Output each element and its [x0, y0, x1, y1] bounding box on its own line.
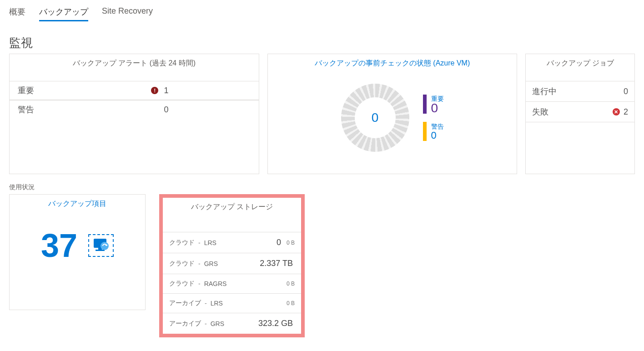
storage-size-small: 0 B: [287, 281, 295, 287]
legend-warning-value: 0: [431, 131, 444, 140]
storage-type: GRS: [211, 320, 255, 327]
job-row-inprogress[interactable]: 進行中 0: [526, 81, 634, 102]
svg-point-3: [101, 242, 109, 250]
backup-storage-highlight: バックアップ ストレージ クラウド-LRS00 Bクラウド-GRS2.337 T…: [159, 194, 305, 337]
storage-type: RAGRS: [204, 280, 283, 287]
storage-size-small: 0 B: [287, 300, 295, 306]
alert-row-warning[interactable]: 警告 0: [10, 100, 259, 119]
job-inprogress-count: 0: [624, 87, 628, 96]
backup-storage-card: バックアップ ストレージ クラウド-LRS00 Bクラウド-GRS2.337 T…: [163, 198, 301, 334]
backup-alerts-title: バックアップ アラート (過去 24 時間): [10, 54, 259, 81]
alert-row-critical[interactable]: 重要 ! 1: [10, 81, 259, 100]
storage-category: クラウド: [169, 239, 195, 247]
storage-type: GRS: [204, 260, 257, 267]
storage-type: LRS: [204, 239, 273, 246]
precheck-title[interactable]: バックアップの事前チェックの状態 (Azure VM): [268, 54, 517, 81]
job-inprogress-label: 進行中: [532, 86, 557, 97]
storage-size-big: 2.337 TB: [260, 259, 293, 268]
job-row-failed[interactable]: 失敗 ✕ 2: [526, 102, 634, 122]
dash: -: [205, 300, 207, 307]
precheck-card: バックアップの事前チェックの状態 (Azure VM) 0 重要 0 警告: [267, 54, 518, 174]
legend-warning-bar: [423, 122, 427, 141]
backup-items-card: バックアップ項目 37: [9, 194, 146, 310]
critical-icon: !: [151, 87, 158, 94]
storage-row[interactable]: アーカイブ-GRS323.2 GB: [163, 313, 301, 334]
storage-row[interactable]: クラウド-RAGRS0 B: [163, 274, 301, 294]
backup-jobs-title: バックアップ ジョブ: [526, 54, 634, 81]
tab-overview[interactable]: 概要: [9, 6, 25, 21]
backup-items-icon-selected[interactable]: [88, 234, 114, 257]
storage-category: アーカイブ: [169, 320, 201, 328]
usage-row: バックアップ項目 37 バックアップ ストレージ クラウド-LRS00 Bクラウ…: [9, 194, 635, 337]
precheck-donut: 0: [341, 84, 409, 152]
storage-row[interactable]: クラウド-LRS00 B: [163, 232, 301, 253]
alert-critical-count: 1: [164, 86, 168, 95]
tab-backup[interactable]: バックアップ: [39, 6, 88, 21]
alert-critical-label: 重要: [18, 85, 146, 96]
monitoring-cards-row: バックアップ アラート (過去 24 時間) 重要 ! 1 警告 0 バックアッ…: [9, 54, 635, 174]
dash: -: [198, 239, 201, 246]
storage-size-small: 0 B: [287, 240, 295, 246]
legend-critical[interactable]: 重要 0: [423, 95, 444, 114]
dash: -: [198, 280, 201, 287]
section-usage-title: 使用状況: [9, 183, 635, 191]
tab-site-recovery[interactable]: Site Recovery: [102, 6, 153, 21]
alert-warning-label: 警告: [18, 104, 146, 115]
vm-backup-icon: [92, 238, 110, 253]
dash: -: [205, 320, 207, 327]
job-failed-label: 失敗: [532, 106, 548, 117]
storage-size-big: 323.2 GB: [258, 319, 293, 328]
backup-items-count: 37: [41, 227, 77, 264]
storage-category: アーカイブ: [169, 299, 201, 307]
job-failed-count: 2: [624, 107, 628, 117]
alert-warning-count: 0: [164, 105, 168, 115]
tab-bar: 概要 バックアップ Site Recovery: [9, 5, 635, 21]
storage-size-big: 0: [277, 238, 281, 247]
storage-category: クラウド: [169, 260, 195, 268]
storage-category: クラウド: [169, 280, 195, 288]
storage-row[interactable]: クラウド-GRS2.337 TB: [163, 253, 301, 274]
section-monitoring-title: 監視: [9, 35, 635, 51]
backup-items-title[interactable]: バックアップ項目: [10, 195, 145, 227]
error-icon: ✕: [613, 108, 620, 115]
backup-storage-title: バックアップ ストレージ: [163, 198, 301, 232]
storage-row[interactable]: アーカイブ-LRS0 B: [163, 294, 301, 313]
legend-warning[interactable]: 警告 0: [423, 122, 444, 141]
backup-jobs-card: バックアップ ジョブ 進行中 0 失敗 ✕ 2: [525, 54, 635, 174]
dash: -: [198, 260, 201, 267]
storage-type: LRS: [211, 300, 283, 307]
precheck-legend: 重要 0 警告 0: [423, 95, 444, 141]
legend-critical-bar: [423, 95, 427, 114]
backup-alerts-card: バックアップ アラート (過去 24 時間) 重要 ! 1 警告 0: [9, 54, 259, 174]
precheck-donut-value: 0: [355, 97, 396, 138]
legend-critical-value: 0: [431, 103, 444, 113]
